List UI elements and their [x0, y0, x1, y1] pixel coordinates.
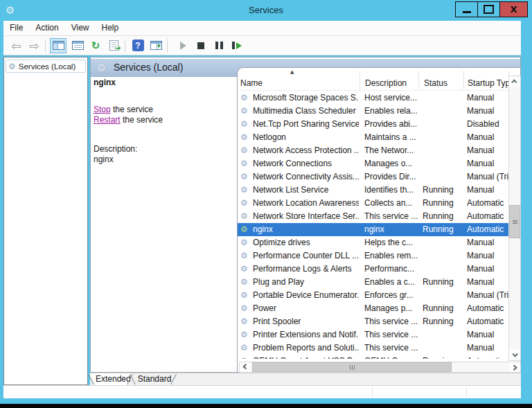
help-button[interactable]: ?	[130, 38, 146, 53]
table-row[interactable]: ⚙Performance Logs & AlertsPerformanc...M…	[238, 263, 509, 276]
table-row[interactable]: ⚙Portable Device Enumerator...Enforces g…	[238, 289, 509, 302]
chevron-right-icon	[511, 364, 517, 370]
console-tree-icon	[53, 41, 64, 50]
table-row[interactable]: ⚙Network Store Interface Ser...This serv…	[238, 210, 509, 223]
scroll-right-button[interactable]	[509, 362, 520, 372]
service-gear-icon: ⚙	[240, 236, 248, 249]
maximize-icon	[484, 5, 494, 14]
refresh-button[interactable]: ↻	[87, 38, 104, 53]
service-gear-icon: ⚙	[240, 355, 248, 359]
cell-name: Network Access Protection ...	[253, 144, 359, 157]
properties-icon	[72, 41, 84, 50]
column-divider[interactable]	[418, 71, 419, 89]
pause-service-button[interactable]	[211, 38, 227, 53]
column-divider[interactable]	[360, 71, 360, 89]
menu-bar: File Action View Help	[3, 21, 521, 36]
service-gear-icon: ⚙	[240, 91, 248, 105]
pause-service-icon	[215, 42, 223, 49]
column-header-status[interactable]: Status	[424, 78, 447, 88]
table-row[interactable]: ⚙Printer Extensions and Notif...This ser…	[238, 328, 509, 342]
table-row[interactable]: ⚙Problem Reports and Soluti...This servi…	[238, 342, 509, 355]
cell-startup-type: Manual (Trig...	[467, 170, 508, 184]
service-gear-icon: ⚙	[240, 289, 248, 302]
maximize-button[interactable]	[477, 1, 500, 17]
horizontal-scrollbar[interactable]	[239, 362, 521, 373]
service-gear-icon: ⚙	[240, 276, 248, 289]
tree-item-label: Services (Local)	[19, 62, 76, 71]
cell-name: Multimedia Class Scheduler	[253, 105, 359, 118]
cell-name: Portable Device Enumerator...	[253, 289, 359, 302]
scroll-left-button[interactable]	[240, 362, 251, 372]
minimize-button[interactable]	[455, 1, 478, 17]
cell-name: Performance Counter DLL ...	[253, 249, 359, 263]
table-row[interactable]: ⚙nginxnginxRunningAutomatic	[238, 223, 509, 236]
service-gear-icon: ⚙	[240, 131, 248, 144]
cell-description: The Networ...	[364, 144, 420, 157]
stop-service-line: Stop the service	[94, 105, 153, 114]
service-gear-icon: ⚙	[240, 249, 248, 263]
cell-startup-type: Manual	[467, 157, 508, 170]
service-gear-icon: ⚙	[240, 144, 248, 157]
cell-name: QEMU Guest Agent VSS Pro...	[253, 355, 359, 359]
cell-name: Print Spooler	[253, 315, 359, 328]
cell-startup-type: Manual	[467, 342, 508, 355]
toolbar-separator	[125, 39, 125, 53]
show-action-pane-button[interactable]	[148, 38, 164, 53]
horizontal-scroll-thumb[interactable]	[252, 362, 452, 372]
table-row[interactable]: ⚙Performance Counter DLL ...Enables rem.…	[238, 249, 509, 263]
toolbar: ⇦ ⇨ ↻ → ?	[3, 36, 521, 55]
table-row[interactable]: ⚙Network Connectivity Assis...Provides D…	[238, 170, 509, 184]
properties-button[interactable]	[69, 38, 86, 53]
table-row[interactable]: ⚙PowerManages p...RunningAutomatic	[238, 302, 509, 315]
scroll-down-button[interactable]	[509, 349, 520, 360]
cell-name: Network Location Awareness	[253, 197, 359, 210]
table-row[interactable]: ⚙Microsoft Storage Spaces S...Host servi…	[238, 91, 509, 105]
column-header-name[interactable]: Name	[240, 78, 263, 88]
tab-standard[interactable]: Standard	[136, 373, 173, 385]
table-row[interactable]: ⚙Multimedia Class SchedulerEnables rela.…	[238, 105, 509, 118]
table-row[interactable]: ⚙Plug and PlayEnables a c...RunningManua…	[238, 276, 509, 289]
menu-action[interactable]: Action	[29, 21, 64, 35]
cell-status: Running	[423, 302, 463, 315]
cell-name: nginx	[253, 223, 359, 236]
cell-startup-type: Manual	[467, 328, 508, 342]
forward-button[interactable]: ⇨	[26, 38, 42, 53]
export-list-button[interactable]: →	[105, 38, 122, 53]
menu-view[interactable]: View	[65, 21, 96, 35]
scroll-up-button[interactable]	[509, 76, 520, 87]
menu-help[interactable]: Help	[96, 21, 125, 35]
restart-service-button[interactable]	[229, 38, 245, 53]
tree-item-services-local[interactable]: ⚙ Services (Local)	[6, 60, 86, 73]
cell-status: Running	[423, 223, 463, 236]
stop-service-button[interactable]	[193, 38, 209, 53]
table-row[interactable]: ⚙NetlogonMaintains a ...Manual	[238, 131, 509, 144]
vertical-scrollbar[interactable]	[508, 76, 521, 361]
table-row[interactable]: ⚙Optimize drivesHelps the c...Manual	[238, 236, 509, 249]
table-row[interactable]: ⚙Network Access Protection ...The Networ…	[238, 144, 509, 157]
table-row[interactable]: ⚙Network ConnectionsManages o...Manual	[238, 157, 509, 170]
screenshot-stage: ⚙ Services X File Action View Help ⇦ ⇨ ↻…	[0, 0, 532, 408]
window-title: Services	[0, 0, 532, 21]
table-row[interactable]: ⚙Print SpoolerThis service ...RunningAut…	[238, 315, 509, 328]
show-console-tree-button[interactable]	[50, 38, 66, 53]
table-row[interactable]: ⚙Network List ServiceIdentifies th...Run…	[238, 184, 509, 197]
vertical-scroll-thumb[interactable]	[509, 205, 520, 238]
back-button[interactable]: ⇦	[8, 38, 24, 53]
stop-link[interactable]: Stop	[94, 105, 111, 114]
cell-description: Performanc...	[364, 263, 420, 276]
start-service-button[interactable]	[175, 38, 191, 53]
column-divider[interactable]	[463, 71, 464, 89]
table-row[interactable]: ⚙QEMU Guest Agent VSS Pro...QEMU Gues...…	[238, 355, 509, 359]
menu-file[interactable]: File	[3, 21, 29, 35]
column-header-startup-type[interactable]: Startup Type	[468, 78, 515, 88]
cell-startup-type: Manual	[467, 263, 508, 276]
tab-extended-label[interactable]: Extended	[96, 373, 129, 385]
cell-description: This service ...	[364, 315, 420, 328]
close-button[interactable]: X	[499, 1, 528, 17]
table-row[interactable]: ⚙Net.Tcp Port Sharing ServiceProvides ab…	[238, 118, 509, 131]
services-list-panel: Name ▲ Description Status Startup Type ⚙…	[237, 67, 521, 373]
table-row[interactable]: ⚙Network Location AwarenessCollects an..…	[238, 197, 509, 210]
column-header-description[interactable]: Description	[365, 78, 407, 88]
restart-link[interactable]: Restart	[94, 115, 121, 125]
list-header: Name ▲ Description Status Startup Type	[238, 68, 509, 91]
